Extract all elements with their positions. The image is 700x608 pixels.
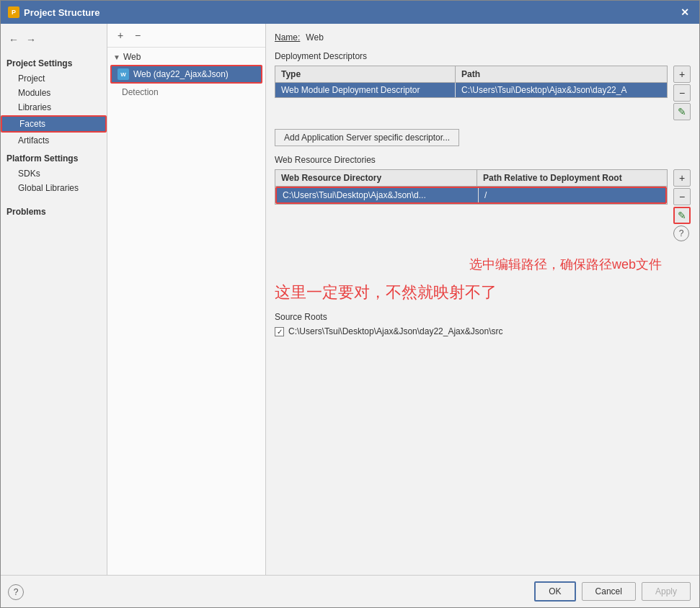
source-roots-section: Source Roots ✓ C:\Users\Tsui\Desktop\Aja…	[275, 312, 691, 336]
deployment-descriptors-title: Deployment Descriptors	[275, 51, 691, 61]
ok-button[interactable]: OK	[534, 581, 575, 602]
web-resource-relpath-cell: /	[479, 188, 665, 202]
title-bar-left: P Project Structure	[8, 6, 99, 18]
col-header-type: Type	[275, 66, 456, 82]
facets-row: Facets	[1, 115, 107, 133]
web-resource-table-container: Web Resource Directory Path Relative to …	[275, 169, 691, 241]
dialog-title: Project Structure	[24, 7, 99, 18]
checkmark-icon: ✓	[277, 328, 283, 336]
deployment-remove-btn[interactable]: −	[673, 84, 691, 102]
source-roots-title: Source Roots	[275, 312, 691, 322]
bottom-bar: OK Cancel Apply	[1, 575, 699, 607]
name-value: Web	[306, 32, 323, 43]
main-content: Name: Web Deployment Descriptors Type Pa…	[266, 24, 699, 575]
tree-remove-button[interactable]: −	[130, 28, 145, 43]
deployment-edit-btn[interactable]: ✎	[673, 103, 691, 120]
nav-toolbar: ← →	[1, 30, 107, 53]
deployment-add-btn[interactable]: +	[673, 66, 691, 83]
web-resource-remove-btn[interactable]: −	[673, 188, 691, 205]
title-bar: P Project Structure ✕	[1, 1, 699, 24]
web-resource-header: Web Resource Directory Path Relative to …	[275, 170, 667, 187]
col-header-relpath: Path Relative to Deployment Root	[477, 170, 667, 186]
content-area: ← → Project Settings Project Modules Lib…	[1, 24, 699, 575]
tree-group-label: Web	[123, 52, 141, 62]
deployment-type-cell: Web Module Deployment Descriptor	[275, 83, 456, 97]
annotation-text-2: 这里一定要对，不然就映射不了	[275, 279, 691, 306]
web-resource-table: Web Resource Directory Path Relative to …	[275, 169, 668, 205]
group-arrow-icon: ▼	[113, 53, 120, 61]
web-module-icon: W	[118, 68, 129, 80]
web-resource-add-btn[interactable]: +	[673, 169, 691, 187]
deployment-path-cell: C:\Users\Tsui\Desktop\Ajax&Json\day22_A	[456, 83, 667, 97]
back-button[interactable]: ←	[6, 32, 21, 47]
add-server-descriptor-button[interactable]: Add Application Server specific descript…	[275, 129, 459, 146]
forward-button[interactable]: →	[24, 32, 38, 47]
deployment-table: Type Path Web Module Deployment Descript…	[275, 66, 668, 98]
sidebar-item-project[interactable]: Project	[1, 71, 107, 86]
problems-label: Problems	[1, 195, 107, 220]
tree-item-wrapper: W Web (day22_Ajax&Json)	[110, 65, 262, 84]
detection-item: Detection	[107, 85, 265, 99]
tree-panel: + − ▼ Web W Web (day22_Ajax&Json) Detect…	[107, 24, 266, 575]
name-row: Name: Web	[275, 32, 691, 43]
sidebar-item-artifacts[interactable]: Artifacts	[1, 133, 107, 148]
sidebar-item-libraries[interactable]: Libraries	[1, 100, 107, 115]
deployment-side-actions: + − ✎	[673, 66, 691, 120]
sidebar-item-sdks[interactable]: SDKs	[1, 166, 107, 181]
web-resource-dir-cell: C:\Users\Tsui\Desktop\Ajax&Json\d...	[277, 188, 479, 202]
platform-settings-label: Platform Settings	[1, 151, 107, 166]
col-header-path: Path	[456, 66, 667, 82]
web-resource-title: Web Resource Directories	[275, 155, 691, 165]
project-structure-dialog: P Project Structure ✕ ← → Project Settin…	[0, 0, 700, 608]
web-resource-side-actions: + − ✎ ?	[673, 169, 691, 241]
deployment-row[interactable]: Web Module Deployment Descriptor C:\User…	[275, 83, 667, 97]
deployment-table-container: Type Path Web Module Deployment Descript…	[275, 66, 691, 120]
source-root-path: C:\Users\Tsui\Desktop\Ajax&Json\day22_Aj…	[288, 326, 502, 336]
tree-add-button[interactable]: +	[113, 28, 128, 43]
tree-toolbar: + −	[107, 24, 265, 48]
tree-item-web[interactable]: W Web (day22_Ajax&Json)	[110, 65, 262, 84]
web-resource-help-icon[interactable]: ?	[673, 225, 689, 241]
sidebar-item-facets[interactable]: Facets	[1, 115, 107, 133]
cancel-button[interactable]: Cancel	[582, 582, 636, 601]
tree-item-label: Web (day22_Ajax&Json)	[133, 69, 229, 79]
annotation-text-1: 选中编辑路径，确保路径web文件	[275, 250, 691, 279]
web-resource-section: Web Resource Directories Web Resource Di…	[275, 155, 691, 241]
col-header-directory: Web Resource Directory	[275, 170, 477, 186]
tree-content: ▼ Web W Web (day22_Ajax&Json) Detection	[107, 48, 265, 575]
project-settings-label: Project Settings	[1, 55, 107, 71]
source-root-row: ✓ C:\Users\Tsui\Desktop\Ajax&Json\day22_…	[275, 326, 691, 336]
tree-group-web[interactable]: ▼ Web	[107, 50, 265, 63]
web-resource-edit-btn[interactable]: ✎	[673, 207, 691, 224]
close-button[interactable]: ✕	[678, 5, 692, 19]
sidebar-item-modules[interactable]: Modules	[1, 86, 107, 100]
name-label: Name:	[275, 32, 300, 43]
source-root-checkbox[interactable]: ✓	[275, 327, 284, 336]
web-resource-row[interactable]: C:\Users\Tsui\Desktop\Ajax&Json\d... /	[275, 187, 667, 204]
sidebar: ← → Project Settings Project Modules Lib…	[1, 24, 107, 575]
sidebar-item-global-libraries[interactable]: Global Libraries	[1, 181, 107, 195]
deployment-descriptors-section: Deployment Descriptors Type Path Web Mod…	[275, 51, 691, 120]
deployment-table-header: Type Path	[275, 66, 667, 83]
app-icon: P	[8, 6, 19, 18]
apply-button[interactable]: Apply	[642, 582, 691, 601]
help-icon[interactable]: ?	[8, 584, 24, 600]
